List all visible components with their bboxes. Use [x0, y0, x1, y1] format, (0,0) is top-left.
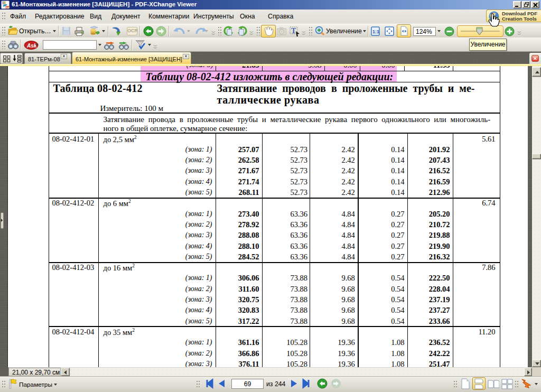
- svg-text:T: T: [291, 27, 296, 35]
- svg-text:1:1: 1:1: [372, 29, 379, 34]
- svg-text:PDF: PDF: [6, 7, 10, 9]
